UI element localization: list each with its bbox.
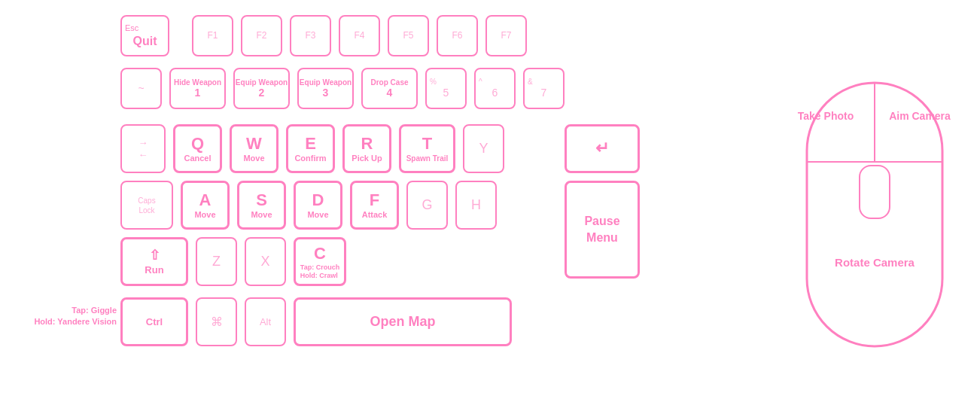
key-esc-top: Esc xyxy=(125,23,138,33)
mouse-left-label: Take Photo xyxy=(784,109,867,123)
key-f4[interactable]: F4 xyxy=(339,15,380,56)
key-ctrl[interactable]: Ctrl xyxy=(120,297,188,346)
key-f7-label: F7 xyxy=(501,30,511,41)
mouse-scroll-label: Rotate Camera xyxy=(784,256,965,269)
key-s[interactable]: S Move xyxy=(237,181,286,230)
key-capslock[interactable]: CapsLock xyxy=(120,181,173,230)
key-shift[interactable]: ⇧ Run xyxy=(120,237,188,286)
mouse-right-label: Aim Camera xyxy=(875,109,965,123)
mouse-container: Take Photo Aim Camera Rotate Camera xyxy=(784,23,965,376)
key-pause-menu[interactable]: PauseMenu xyxy=(565,181,640,279)
key-g[interactable]: G xyxy=(406,181,448,230)
key-x[interactable]: X xyxy=(245,237,286,286)
keyboard-container: Esc Quit F1 F2 F3 F4 F5 F6 F7 ~ Hide Wea… xyxy=(120,8,692,391)
key-f[interactable]: F Attack xyxy=(350,181,399,230)
key-c[interactable]: C Tap: CrouchHold: Crawl xyxy=(294,237,346,286)
key-f5[interactable]: F5 xyxy=(388,15,429,56)
key-f2-label: F2 xyxy=(256,30,266,41)
key-t[interactable]: T Spawn Trail xyxy=(399,124,455,173)
key-7[interactable]: & 7 xyxy=(523,68,565,109)
key-f1[interactable]: F1 xyxy=(192,15,233,56)
key-1[interactable]: Hide Weapon 1 xyxy=(169,68,226,109)
key-esc[interactable]: Esc Quit xyxy=(120,15,169,56)
key-esc-label: Quit xyxy=(133,34,157,48)
svg-rect-3 xyxy=(860,166,890,218)
key-d[interactable]: D Move xyxy=(294,181,342,230)
key-h[interactable]: H xyxy=(455,181,497,230)
key-enter[interactable]: ↵ xyxy=(565,124,640,173)
key-space[interactable]: Open Map xyxy=(294,297,512,346)
key-f3[interactable]: F3 xyxy=(290,15,331,56)
key-q[interactable]: Q Cancel xyxy=(173,124,222,173)
key-f1-label: F1 xyxy=(207,30,218,41)
key-5[interactable]: % 5 xyxy=(425,68,467,109)
key-6[interactable]: ^ 6 xyxy=(474,68,516,109)
key-3[interactable]: Equip Weapon 3 xyxy=(297,68,354,109)
key-win[interactable]: ⌘ xyxy=(196,297,237,346)
ctrl-giggle-label: Tap: GiggleHold: Yandere Vision xyxy=(8,305,117,328)
key-tab[interactable]: → ← xyxy=(120,124,166,173)
key-a[interactable]: A Move xyxy=(181,181,230,230)
key-2[interactable]: Equip Weapon 2 xyxy=(233,68,290,109)
key-f3-label: F3 xyxy=(305,30,315,41)
key-f4-label: F4 xyxy=(354,30,364,41)
key-4[interactable]: Drop Case 4 xyxy=(361,68,418,109)
key-z[interactable]: Z xyxy=(196,237,237,286)
key-e[interactable]: E Confirm xyxy=(286,124,335,173)
key-f5-label: F5 xyxy=(403,30,413,41)
key-alt[interactable]: Alt xyxy=(245,297,286,346)
key-w[interactable]: W Move xyxy=(230,124,278,173)
key-r[interactable]: R Pick Up xyxy=(342,124,391,173)
key-f6-label: F6 xyxy=(452,30,462,41)
key-f2[interactable]: F2 xyxy=(241,15,282,56)
key-tilde[interactable]: ~ xyxy=(120,68,162,109)
mouse-svg xyxy=(784,23,965,376)
key-y[interactable]: Y xyxy=(463,124,504,173)
key-f7[interactable]: F7 xyxy=(485,15,527,56)
key-f6[interactable]: F6 xyxy=(437,15,478,56)
